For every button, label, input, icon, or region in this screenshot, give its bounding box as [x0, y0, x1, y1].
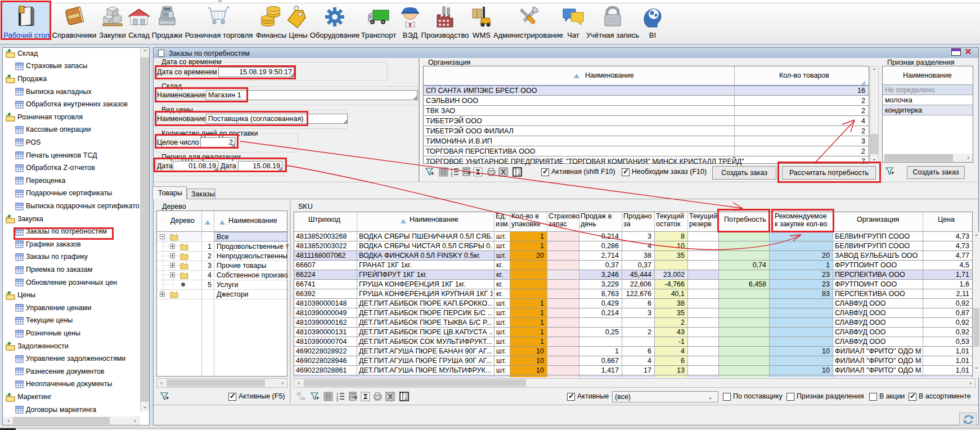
svg-text:x: x: [518, 172, 520, 177]
svg-text:x: x: [404, 397, 407, 401]
svg-text:3: 3: [336, 398, 339, 401]
svg-text:3: 3: [451, 174, 453, 177]
